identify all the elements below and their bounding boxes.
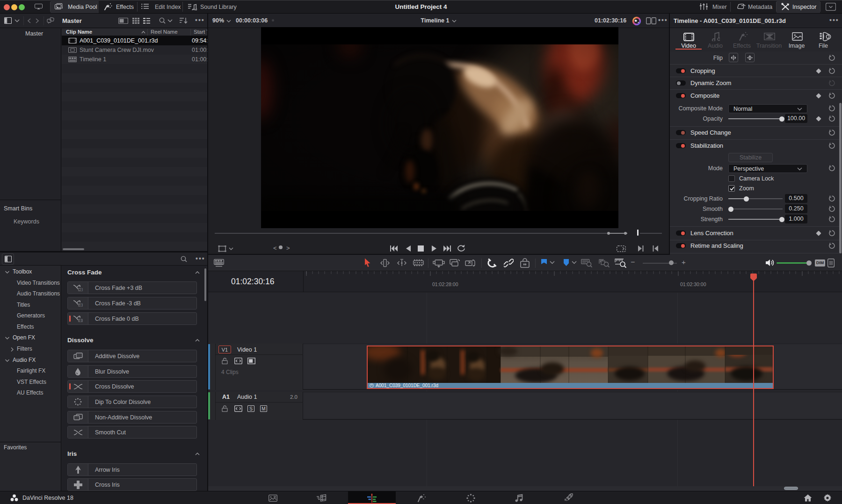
svg-text:-3: -3 xyxy=(79,303,82,307)
svg-text:01:02:30:00: 01:02:30:00 xyxy=(680,281,706,287)
svg-text:+3: +3 xyxy=(79,288,82,291)
svg-text:0: 0 xyxy=(80,319,81,322)
svg-text:01:02:28:00: 01:02:28:00 xyxy=(432,281,458,287)
